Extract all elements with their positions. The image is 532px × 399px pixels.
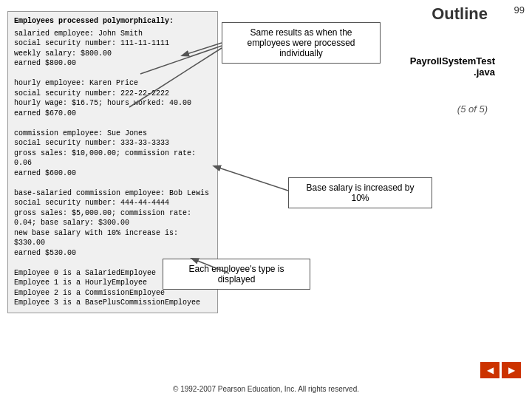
page-indicator: (5 of 5) <box>457 103 488 115</box>
callout-base-salary-text: Base salary is increased by 10% <box>306 183 414 203</box>
svg-line-3 <box>214 166 288 191</box>
footer: © 1992-2007 Pearson Education, Inc. All … <box>0 385 532 393</box>
nav-buttons: ◀ ▶ <box>480 362 521 378</box>
filename-line2: .java <box>410 66 495 78</box>
callout-results-text: Same results as when the employees were … <box>247 27 355 58</box>
page-number: 99 <box>514 4 525 16</box>
callout-employee-type-text: Each employee's type is displayed <box>188 264 284 284</box>
terminal-title: Employees processed polymorphically: <box>14 16 211 27</box>
prev-button[interactable]: ◀ <box>480 362 499 378</box>
callout-results: Same results as when the employees were … <box>222 22 381 64</box>
outline-title: Outline <box>432 4 488 24</box>
next-button[interactable]: ▶ <box>502 362 521 378</box>
filename-line1: PayrollSystemTest <box>410 55 495 66</box>
callout-employee-type: Each employee's type is displayed <box>163 259 310 290</box>
callout-base-salary: Base salary is increased by 10% <box>288 177 432 208</box>
java-filename: PayrollSystemTest .java <box>410 55 495 78</box>
